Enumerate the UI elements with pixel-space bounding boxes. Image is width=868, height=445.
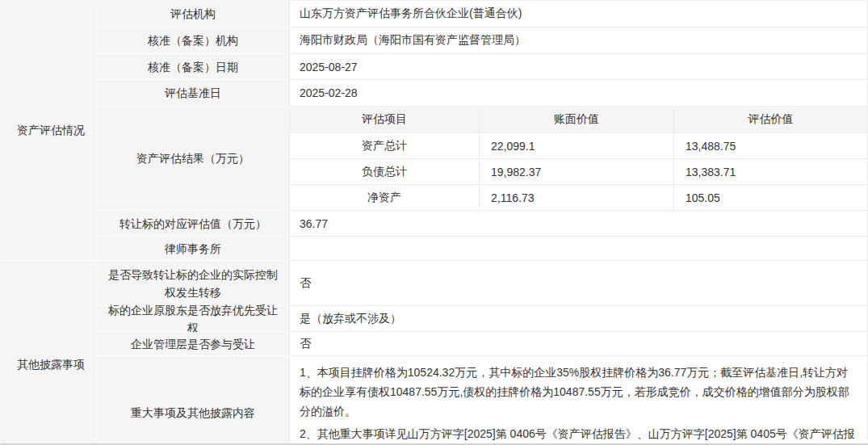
row-label-major-matters: 重大事项及其他披露内容	[97, 356, 290, 445]
row-label-approval-date: 核准（备案）日期	[97, 54, 290, 80]
subtable-cell-total-liabilities-eval: 13,383.71	[674, 159, 867, 185]
row-label-eval-org: 评估机构	[97, 1, 290, 27]
row-label-transfer-eval-value: 转让标的对应评估值（万元）	[97, 211, 290, 237]
disclosure-paragraph-2: 2、其他重大事项详见山万方评字[2025]第 0406号《资产评估报告》、山万方…	[300, 424, 858, 445]
row-label-approval-org: 核准（备案）机构	[97, 27, 290, 54]
row-value-waive-preemptive-right: 是（放弃或不涉及）	[290, 306, 867, 332]
row-label-law-firm: 律师事务所	[97, 237, 290, 261]
row-value-eval-org: 山东万方资产评估事务所合伙企业(普通合伙)	[290, 1, 867, 27]
subtable-cell-total-liabilities: 负债总计	[290, 159, 480, 185]
subtable-cell-net-assets-book: 2,116.73	[480, 185, 674, 210]
row-label-eval-result: 资产评估结果（万元）	[97, 107, 290, 211]
row-value-transfer-eval-value: 36.77	[290, 211, 867, 237]
row-value-management-participation: 否	[290, 332, 867, 356]
subtable-cell-total-liabilities-book: 19,982.37	[480, 159, 674, 185]
section-label-other-disclosures: 其他披露事项	[1, 261, 97, 445]
subtable-cell-net-assets: 净资产	[290, 185, 480, 210]
disclosure-paragraph-1: 1、本项目挂牌价格为10524.32万元，其中标的企业35%股权挂牌价格为36.…	[300, 363, 858, 421]
subtable-cell-total-assets-book: 22,099.1	[480, 133, 674, 159]
row-value-major-matters: 1、本项目挂牌价格为10524.32万元，其中标的企业35%股权挂牌价格为36.…	[290, 356, 867, 445]
section-title: 资产评估情况	[17, 124, 85, 138]
row-label-waive-preemptive-right: 标的企业原股东是否放弃优先受让权	[97, 306, 290, 332]
row-value-approval-date: 2025-08-27	[290, 54, 867, 80]
row-value-control-transfer: 否	[290, 261, 867, 306]
row-value-base-date: 2025-02-28	[290, 80, 867, 107]
section-title: 其他披露事项	[17, 358, 85, 372]
row-label-base-date: 评估基准日	[97, 80, 290, 107]
row-value-eval-result: 评估项目 账面价值 评估价值 资产总计 22,099.1 13,488.75 负…	[290, 107, 867, 211]
subtable-cell-net-assets-eval: 105.05	[674, 185, 867, 210]
row-value-approval-org: 海阳市财政局（海阳市国有资产监督管理局）	[290, 27, 867, 54]
row-label-control-transfer: 是否导致转让标的企业的实际控制权发生转移	[97, 261, 290, 306]
eval-result-subtable: 评估项目 账面价值 评估价值 资产总计 22,099.1 13,488.75 负…	[290, 107, 867, 210]
subtable-header-eval-value: 评估价值	[674, 107, 867, 133]
subtable-cell-total-assets-eval: 13,488.75	[674, 133, 867, 159]
subtable-header-book-value: 账面价值	[480, 107, 674, 133]
row-label-management-participation: 企业管理层是否参与受让	[97, 332, 290, 356]
subtable-header-item: 评估项目	[290, 107, 480, 133]
section-label-asset-evaluation: 资产评估情况	[1, 1, 97, 261]
subtable-cell-total-assets: 资产总计	[290, 133, 480, 159]
row-value-law-firm	[290, 237, 867, 261]
asset-evaluation-table: 资产评估情况 其他披露事项 评估机构 山东万方资产评估事务所合伙企业(普通合伙)…	[0, 0, 868, 445]
